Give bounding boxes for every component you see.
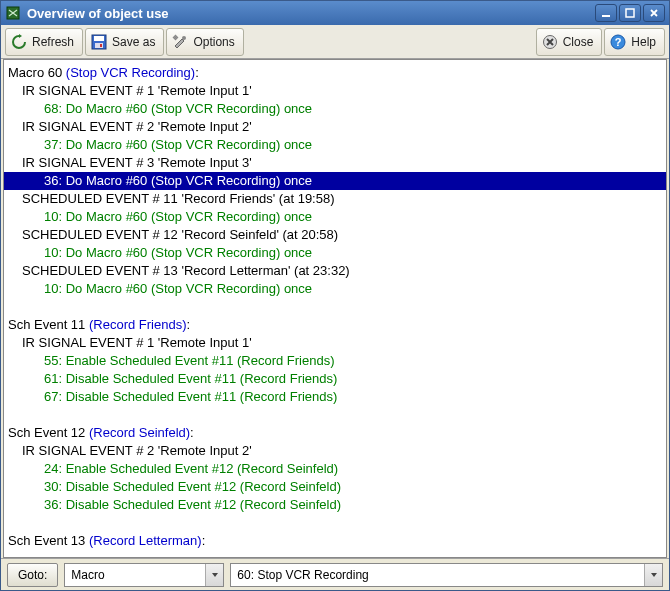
app-icon [5,5,21,21]
help-button[interactable]: ? Help [604,28,665,56]
save-icon [90,33,108,51]
refresh-icon [10,33,28,51]
help-label: Help [631,35,656,49]
tree-row [4,406,666,424]
chevron-down-icon[interactable] [644,564,662,586]
window-controls [595,4,665,22]
toolbar: Refresh Save as Options Close ? Help [1,25,669,59]
tree-row[interactable]: IR SIGNAL EVENT # 2 'Remote Input 2' [4,442,666,460]
tree-row[interactable]: 67: Disable Scheduled Event #11 (Record … [4,388,666,406]
tree-view: Macro 60 (Stop VCR Recording):IR SIGNAL … [4,60,666,554]
svg-point-7 [182,36,186,40]
svg-rect-1 [602,15,610,17]
event-label: IR SIGNAL EVENT # 3 'Remote Input 3' [22,155,252,170]
chevron-down-icon[interactable] [205,564,223,586]
options-button[interactable]: Options [166,28,243,56]
action-label: 10: Do Macro #60 (Stop VCR Recording) on… [44,209,312,224]
options-label: Options [193,35,234,49]
header-link[interactable]: (Record Letterman) [89,533,202,548]
tree-row[interactable]: 37: Do Macro #60 (Stop VCR Recording) on… [4,136,666,154]
header-prefix: Sch Event 13 [8,533,89,548]
tree-row[interactable]: 36: Disable Scheduled Event #12 (Record … [4,496,666,514]
header-link[interactable]: (Stop VCR Recording) [66,65,195,80]
tree-row[interactable]: 61: Disable Scheduled Event #11 (Record … [4,370,666,388]
tree-row[interactable]: IR SIGNAL EVENT # 1 'Remote Input 1' [4,334,666,352]
header-prefix: Macro 60 [8,65,66,80]
app-window: Overview of object use Refresh Save as O… [0,0,670,591]
event-label: SCHEDULED EVENT # 13 'Record Letterman' … [22,263,350,278]
goto-item-select[interactable]: 60: Stop VCR Recording [230,563,663,587]
tree-row[interactable]: IR SIGNAL EVENT # 3 'Remote Input 3' [4,154,666,172]
tree-row[interactable]: 30: Disable Scheduled Event #12 (Record … [4,478,666,496]
goto-button[interactable]: Goto: [7,563,58,587]
action-label: 36: Disable Scheduled Event #12 (Record … [44,497,341,512]
tree-row[interactable]: Sch Event 12 (Record Seinfeld): [4,424,666,442]
close-icon [541,33,559,51]
svg-rect-2 [626,9,634,17]
action-label: 37: Do Macro #60 (Stop VCR Recording) on… [44,137,312,152]
save-as-label: Save as [112,35,155,49]
header-suffix: : [195,65,199,80]
bottom-bar: Goto: Macro 60: Stop VCR Recording [1,558,669,590]
close-window-button[interactable] [643,4,665,22]
tree-row[interactable]: SCHEDULED EVENT # 11 'Record Friends' (a… [4,190,666,208]
action-label: 30: Disable Scheduled Event #12 (Record … [44,479,341,494]
tree-row[interactable]: 68: Do Macro #60 (Stop VCR Recording) on… [4,100,666,118]
event-label: IR SIGNAL EVENT # 1 'Remote Input 1' [22,83,252,98]
window-title: Overview of object use [27,6,595,21]
event-label: SCHEDULED EVENT # 11 'Record Friends' (a… [22,191,335,206]
action-label: 55: Enable Scheduled Event #11 (Record F… [44,353,335,368]
header-prefix: Sch Event 12 [8,425,89,440]
action-label: 61: Disable Scheduled Event #11 (Record … [44,371,337,386]
event-label: IR SIGNAL EVENT # 1 'Remote Input 1' [22,335,252,350]
action-label: 68: Do Macro #60 (Stop VCR Recording) on… [44,101,312,116]
content-area[interactable]: Macro 60 (Stop VCR Recording):IR SIGNAL … [3,59,667,558]
tree-row[interactable]: 55: Enable Scheduled Event #11 (Record F… [4,352,666,370]
goto-type-value: Macro [65,568,205,582]
tree-row[interactable]: Sch Event 13 (Record Letterman): [4,532,666,550]
header-link[interactable]: (Record Seinfeld) [89,425,190,440]
save-as-button[interactable]: Save as [85,28,164,56]
svg-text:?: ? [615,36,622,48]
close-label: Close [563,35,594,49]
close-button[interactable]: Close [536,28,603,56]
event-label: IR SIGNAL EVENT # 2 'Remote Input 2' [22,119,252,134]
help-icon: ? [609,33,627,51]
tree-row[interactable]: 36: Do Macro #60 (Stop VCR Recording) on… [4,172,666,190]
tree-row[interactable]: 24: Enable Scheduled Event #12 (Record S… [4,460,666,478]
header-prefix: Sch Event 11 [8,317,89,332]
header-suffix: : [190,425,194,440]
header-suffix: : [202,533,206,548]
action-label: 67: Disable Scheduled Event #11 (Record … [44,389,337,404]
tree-row [4,298,666,316]
maximize-button[interactable] [619,4,641,22]
tree-row[interactable]: Macro 60 (Stop VCR Recording): [4,64,666,82]
options-icon [171,33,189,51]
refresh-label: Refresh [32,35,74,49]
minimize-button[interactable] [595,4,617,22]
tree-row[interactable]: Sch Event 11 (Record Friends): [4,316,666,334]
goto-type-select[interactable]: Macro [64,563,224,587]
event-label: IR SIGNAL EVENT # 2 'Remote Input 2' [22,443,252,458]
tree-row[interactable]: IR SIGNAL EVENT # 1 'Remote Input 1' [4,82,666,100]
event-label: SCHEDULED EVENT # 12 'Record Seinfeld' (… [22,227,338,242]
svg-rect-4 [94,36,104,41]
header-link[interactable]: (Record Friends) [89,317,187,332]
tree-row[interactable]: 10: Do Macro #60 (Stop VCR Recording) on… [4,208,666,226]
svg-rect-6 [100,44,102,47]
titlebar[interactable]: Overview of object use [1,1,669,25]
goto-item-value: 60: Stop VCR Recording [231,568,644,582]
header-suffix: : [186,317,190,332]
action-label: 24: Enable Scheduled Event #12 (Record S… [44,461,338,476]
action-label: 10: Do Macro #60 (Stop VCR Recording) on… [44,281,312,296]
tree-row[interactable]: 10: Do Macro #60 (Stop VCR Recording) on… [4,280,666,298]
tree-row[interactable]: SCHEDULED EVENT # 13 'Record Letterman' … [4,262,666,280]
tree-row [4,514,666,532]
tree-row[interactable]: IR SIGNAL EVENT # 2 'Remote Input 2' [4,118,666,136]
tree-row[interactable]: 10: Do Macro #60 (Stop VCR Recording) on… [4,244,666,262]
action-label: 36: Do Macro #60 (Stop VCR Recording) on… [44,173,312,188]
action-label: 10: Do Macro #60 (Stop VCR Recording) on… [44,245,312,260]
refresh-button[interactable]: Refresh [5,28,83,56]
tree-row[interactable]: SCHEDULED EVENT # 12 'Record Seinfeld' (… [4,226,666,244]
